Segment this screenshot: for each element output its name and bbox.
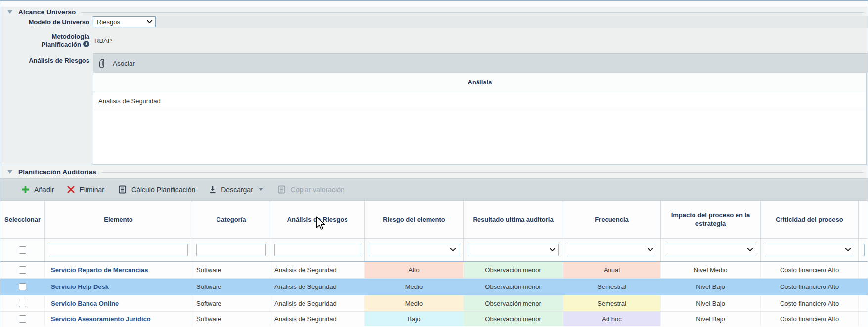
chevron-down-icon xyxy=(450,248,456,252)
cell-value: Analisis de Seguridad xyxy=(270,312,365,326)
dropdown-arrow-icon xyxy=(259,188,263,191)
analisis-riesgos-label: Análisis de Riesgos xyxy=(29,56,89,65)
cell-seleccionar xyxy=(0,295,45,311)
status-cell: Semestral xyxy=(563,295,661,311)
cell-value: Nivel Bajo xyxy=(661,279,761,295)
cell-seleccionar xyxy=(0,279,45,295)
copiar-valoracion-button[interactable]: Copiar valoración xyxy=(277,185,345,194)
analisis-label-cell: Análisis de Riesgos xyxy=(0,53,92,165)
cell-elemento: Servicio Banca Online xyxy=(45,295,192,311)
element-link[interactable]: Servicio Asesoramiento Jurídico xyxy=(51,315,151,323)
collapse-arrow-icon[interactable] xyxy=(7,10,12,14)
select-all-checkbox[interactable] xyxy=(19,246,26,254)
calculo-planificacion-button[interactable]: Cálculo Planificación xyxy=(118,185,195,194)
filter-cell-frecuencia xyxy=(563,239,661,261)
cell-value: Nivel Medio xyxy=(661,262,761,278)
status-cell: Observación menor xyxy=(464,262,563,278)
element-link[interactable]: Servicio Help Desk xyxy=(51,283,109,290)
filter-select-impacto-del-proceso-en-la-estrategia[interactable] xyxy=(665,244,756,256)
plus-icon xyxy=(21,185,30,194)
row-checkbox[interactable] xyxy=(19,300,26,307)
paperclip-icon xyxy=(99,58,106,69)
descargar-button[interactable]: Descargar xyxy=(209,185,263,194)
add-circle-icon[interactable]: + xyxy=(83,41,89,47)
filter-select-riesgo-del-elemento[interactable] xyxy=(369,244,459,256)
cell-empty xyxy=(859,279,868,295)
filter-cell-elemento xyxy=(45,239,192,261)
mouse-cursor xyxy=(316,216,325,231)
status-cell: Alto xyxy=(365,262,464,278)
column-header-frecuencia[interactable]: Frecuencia xyxy=(563,201,661,238)
x-icon xyxy=(67,186,75,193)
filter-cell-criticidad-del-proceso xyxy=(761,239,859,261)
filter-cell-impacto-del-proceso-en-la-estrategia xyxy=(661,239,761,261)
metodologia-label: Metodología Planificación+ xyxy=(42,32,89,49)
filter-select-frecuencia[interactable] xyxy=(567,244,656,256)
column-header-criticidad-del-proceso[interactable]: Criticidad del proceso xyxy=(761,201,859,238)
cell-empty xyxy=(859,312,868,326)
filter-input-analisis-de-riesgos[interactable] xyxy=(274,244,360,256)
audit-planning-page: Alcance Universo Modelo de Universo Ries… xyxy=(0,0,868,327)
section-title: Planificación Auditorías xyxy=(18,168,96,176)
modelo-label-cell: Modelo de Universo xyxy=(0,16,92,28)
column-header-resultado-ultima-auditoria[interactable]: Resultado ultima auditoria xyxy=(464,201,563,238)
filter-select-criticidad-del-proceso[interactable] xyxy=(765,244,854,256)
row-checkbox[interactable] xyxy=(19,283,26,290)
filter-cell-extra xyxy=(859,239,868,261)
table-row[interactable]: Servicio Help DeskSoftwareAnalisis de Se… xyxy=(0,279,868,295)
column-header-elemento[interactable]: Elemento xyxy=(45,201,192,238)
analisis-table: Análisis Analisis de Seguridad xyxy=(93,73,867,165)
filter-cell-analisis-de-riesgos xyxy=(270,239,365,261)
modelo-de-universo-select[interactable]: Riesgos xyxy=(93,16,156,27)
planificacion-toolbar: Añadir Eliminar Cálculo Planificación De… xyxy=(0,178,868,201)
chevron-down-icon xyxy=(845,248,851,252)
filter-input-categoria[interactable] xyxy=(196,244,266,256)
element-link[interactable]: Servicio Reparto de Mercancias xyxy=(51,266,148,274)
cell-value: Analisis de Seguridad xyxy=(270,295,365,311)
cell-value: Costo financiero Alto xyxy=(761,312,859,326)
row-checkbox[interactable] xyxy=(19,315,26,323)
metodologia-value: RBAP xyxy=(94,28,112,53)
table-row[interactable]: Servicio Asesoramiento JurídicoSoftwareA… xyxy=(0,312,868,327)
cell-seleccionar xyxy=(0,262,45,278)
cell-empty xyxy=(859,262,868,278)
table-row[interactable]: Servicio Reparto de MercanciasSoftwareAn… xyxy=(0,262,868,279)
cell-value: Nivel Bajo xyxy=(661,295,761,311)
anadir-button[interactable]: Añadir xyxy=(21,185,54,194)
column-header-riesgo-del-elemento[interactable]: Riesgo del elemento xyxy=(365,201,464,238)
status-cell: Observación menor xyxy=(464,295,563,311)
cell-elemento: Servicio Asesoramiento Jurídico xyxy=(45,312,192,326)
planificacion-grid: SeleccionarElementoCategoríaAnálisis de … xyxy=(0,201,868,327)
analisis-row[interactable]: Analisis de Seguridad xyxy=(93,92,866,110)
metodologia-label-cell: Metodología Planificación+ xyxy=(0,28,92,53)
filter-input-elemento[interactable] xyxy=(49,244,188,256)
status-cell: Observación menor xyxy=(464,312,563,326)
planificacion-legend: Planificación Auditorías xyxy=(0,165,868,178)
column-header-categoria[interactable]: Categoría xyxy=(192,201,270,238)
collapse-arrow-icon[interactable] xyxy=(7,170,12,174)
table-row[interactable]: Servicio Banca OnlineSoftwareAnalisis de… xyxy=(0,295,868,312)
cell-value: Analisis de Seguridad xyxy=(270,279,365,295)
grid-filter-row xyxy=(0,239,868,262)
cell-seleccionar xyxy=(0,312,45,326)
status-cell: Anual xyxy=(563,262,661,278)
filter-select-resultado-ultima-auditoria[interactable] xyxy=(468,244,559,256)
element-link[interactable]: Servicio Banca Online xyxy=(51,300,119,307)
asociar-button[interactable]: Asociar xyxy=(99,58,135,69)
eliminar-button[interactable]: Eliminar xyxy=(67,186,104,194)
filter-select-extra[interactable] xyxy=(863,244,865,256)
filter-cell-resultado-ultima-auditoria xyxy=(464,239,563,261)
modelo-label: Modelo de Universo xyxy=(28,18,89,26)
filter-cell-seleccionar xyxy=(0,239,45,261)
modelo-select-value: Riesgos xyxy=(97,18,120,26)
status-cell: Ad hoc xyxy=(563,312,661,326)
filter-cell-riesgo-del-elemento xyxy=(365,239,464,261)
cell-value: Costo financiero Alto xyxy=(761,279,859,295)
column-header-impacto-del-proceso-en-la-estrategia[interactable]: Impacto del proceso en la estrategia xyxy=(661,201,761,238)
legend-rule xyxy=(101,172,864,173)
row-checkbox[interactable] xyxy=(19,266,26,274)
column-header-seleccionar[interactable]: Seleccionar xyxy=(0,201,45,238)
status-cell: Bajo xyxy=(365,312,464,326)
cell-empty xyxy=(859,295,868,311)
chevron-down-icon xyxy=(648,248,653,252)
